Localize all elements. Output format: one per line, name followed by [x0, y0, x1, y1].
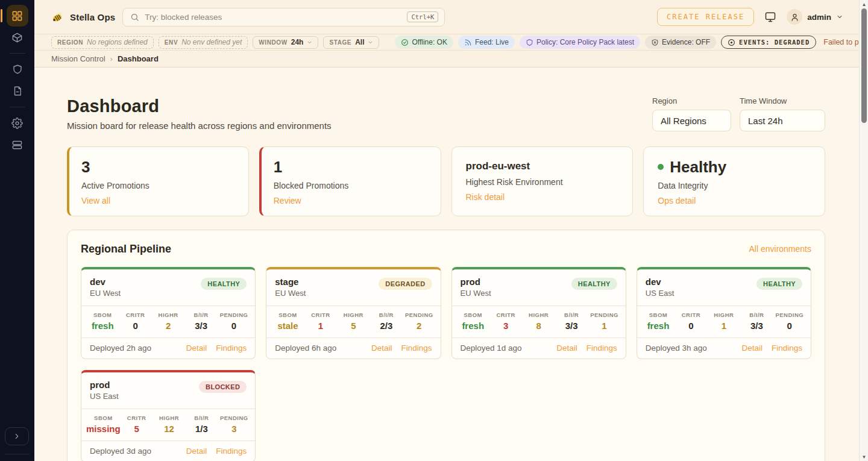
- vertical-scrollbar[interactable]: ▲ ▼: [859, 0, 868, 461]
- sidebar-expand-button[interactable]: [5, 427, 29, 445]
- env-context-pill[interactable]: ENV No env defined yet: [159, 36, 248, 49]
- env-pill-value: No env defined yet: [181, 38, 242, 46]
- stat-card-data-integrity: Healthy Data Integrity Ops detail: [643, 146, 825, 216]
- pipeline-card: dev EU West HEALTHY SBOMfresh CRITR0 HIG…: [81, 267, 256, 359]
- col-highr: HIGHR: [153, 415, 186, 421]
- detail-link[interactable]: Detail: [186, 343, 207, 353]
- col-pending: PENDING: [773, 312, 806, 318]
- findings-link[interactable]: Findings: [216, 447, 247, 456]
- scroll-down-arrow[interactable]: ▼: [860, 453, 868, 461]
- ops-detail-link[interactable]: Ops detail: [658, 196, 696, 205]
- findings-link[interactable]: Findings: [772, 343, 802, 353]
- col-sbom: SBOM: [642, 312, 675, 318]
- time-window-select[interactable]: Last 24h: [740, 110, 825, 131]
- env-pill-label: ENV: [165, 39, 178, 46]
- env-region: EU West: [90, 289, 121, 298]
- all-environments-link[interactable]: All environments: [749, 244, 812, 254]
- col-critr: CRITR: [119, 312, 151, 318]
- col-sbom: SBOM: [271, 312, 304, 318]
- servers-icon: [11, 139, 23, 151]
- window-dropdown[interactable]: WINDOW 24h: [253, 36, 318, 49]
- detail-link[interactable]: Detail: [741, 343, 763, 353]
- detail-link[interactable]: Detail: [186, 447, 207, 456]
- package-icon: [11, 32, 23, 43]
- sbom-value: fresh: [457, 321, 489, 331]
- regional-pipeline-panel: Regional Pipeline All environments dev E…: [67, 230, 825, 461]
- search-input[interactable]: [145, 13, 401, 22]
- risk-detail-link[interactable]: Risk detail: [466, 192, 505, 202]
- breadcrumb: Mission Control › Dashboard: [34, 51, 859, 67]
- sidebar-item-dashboard[interactable]: [7, 5, 28, 27]
- stat-value: 1: [274, 158, 427, 176]
- events-status-pill[interactable]: EVENTS: DEGRADED: [721, 36, 816, 49]
- detail-link[interactable]: Detail: [556, 343, 577, 353]
- pipeline-card-header: prod EU West HEALTHY: [452, 269, 626, 306]
- policy-status-text: Policy: Core Policy Pack latest: [536, 38, 634, 46]
- sidebar-item-settings[interactable]: [7, 112, 28, 134]
- col-pending: PENDING: [403, 312, 435, 318]
- pending-value: 1: [588, 321, 620, 331]
- region-filter: Region All Regions: [652, 96, 731, 131]
- offline-status-text: Offline: OK: [412, 38, 447, 46]
- detail-link[interactable]: Detail: [371, 343, 392, 353]
- page-title-block: Dashboard Mission board for release heal…: [67, 96, 332, 131]
- findings-link[interactable]: Findings: [587, 343, 617, 353]
- bee-logo-icon: [51, 10, 64, 24]
- region-select[interactable]: All Regions: [652, 110, 731, 131]
- view-all-link[interactable]: View all: [81, 196, 110, 205]
- logo-group: Stella Ops: [51, 10, 115, 24]
- offline-status-pill[interactable]: Offline: OK: [395, 36, 453, 49]
- sbom-value: fresh: [86, 321, 119, 331]
- sidebar: [0, 0, 34, 461]
- stat-value: 3: [81, 158, 234, 176]
- findings-link[interactable]: Findings: [216, 343, 247, 353]
- chevron-right-icon: ›: [110, 54, 113, 63]
- env-name: dev: [90, 277, 121, 287]
- window-value: 24h: [291, 38, 304, 46]
- sidebar-item-documents[interactable]: [7, 80, 28, 102]
- region-context-pill[interactable]: REGION No regions defined: [51, 36, 154, 49]
- status-badge: BLOCKED: [199, 381, 247, 393]
- env-name: prod: [461, 277, 491, 287]
- monitor-icon[interactable]: [764, 11, 776, 23]
- review-link[interactable]: Review: [274, 196, 301, 205]
- stage-label: STAGE: [329, 39, 351, 46]
- env-region: US East: [90, 392, 119, 401]
- feed-status-pill[interactable]: Feed: Live: [458, 36, 515, 49]
- time-window-filter: Time Window Last 24h: [740, 96, 825, 131]
- user-menu[interactable]: admin: [787, 9, 843, 25]
- search-shortcut-badge: Ctrl+K: [407, 11, 438, 22]
- global-search[interactable]: Ctrl+K: [122, 8, 445, 27]
- col-bir: B/I/R: [370, 312, 403, 318]
- sidebar-item-infrastructure[interactable]: [7, 134, 28, 155]
- stage-dropdown[interactable]: STAGE All: [323, 36, 379, 49]
- sidebar-item-releases[interactable]: [7, 27, 28, 48]
- pipeline-card-header: prod US East BLOCKED: [81, 372, 255, 409]
- evidence-status-pill[interactable]: Evidence: OFF: [645, 36, 716, 49]
- user-name: admin: [807, 13, 831, 22]
- critr-value: 5: [121, 424, 153, 434]
- document-icon: [12, 86, 23, 96]
- pipeline-card-footer: Deployed 2h ago DetailFindings: [81, 337, 255, 359]
- scrollbar-thumb[interactable]: [861, 8, 867, 123]
- stat-value-text: Healthy: [670, 158, 726, 176]
- panel-header: Regional Pipeline All environments: [81, 243, 811, 256]
- scroll-up-arrow[interactable]: ▲: [860, 0, 868, 8]
- pipeline-card-footer: Deployed 3d ago DetailFindings: [81, 441, 255, 461]
- bir-value: 3/3: [740, 321, 773, 331]
- breadcrumb-parent[interactable]: Mission Control: [51, 54, 105, 63]
- env-name: prod: [90, 380, 119, 390]
- sidebar-item-security[interactable]: [7, 58, 28, 80]
- policy-status-pill[interactable]: Policy: Core Policy Pack latest: [520, 36, 640, 49]
- sbom-value: missing: [86, 424, 121, 434]
- create-release-button[interactable]: CREATE RELEASE: [657, 8, 754, 26]
- highr-value: 1: [708, 321, 740, 331]
- shield-off-icon: [651, 39, 659, 46]
- page-filters: Region All Regions Time Window Last 24h: [652, 96, 825, 131]
- env-region: US East: [646, 289, 675, 298]
- highr-value: 8: [522, 321, 555, 331]
- col-bir: B/I/R: [185, 415, 218, 421]
- stat-label: Highest Risk Environment: [466, 177, 619, 187]
- findings-link[interactable]: Findings: [401, 343, 432, 353]
- pending-value: 2: [403, 321, 435, 331]
